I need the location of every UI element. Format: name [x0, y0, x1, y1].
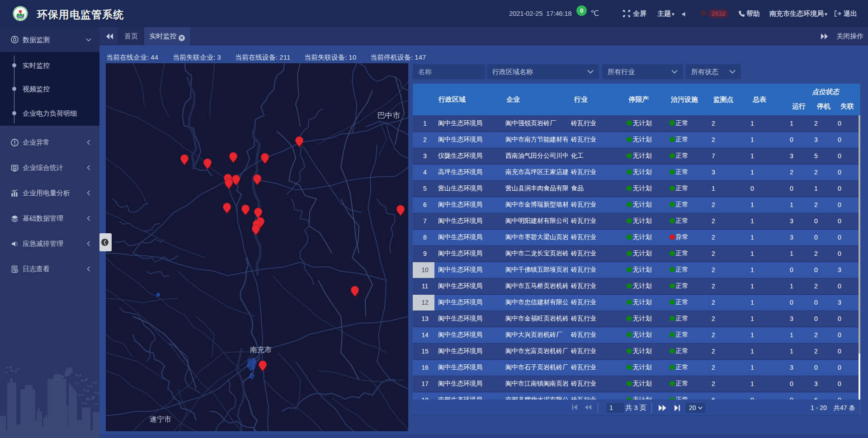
- svg-text:巴中市: 巴中市: [377, 111, 401, 120]
- svg-text:南充市: 南充市: [250, 346, 272, 353]
- svg-text:遂宁市: 遂宁市: [150, 415, 171, 423]
